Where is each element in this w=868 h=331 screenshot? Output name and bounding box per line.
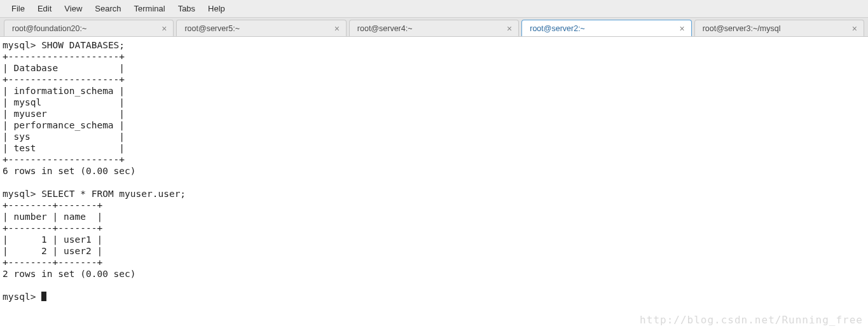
menu-terminal[interactable]: Terminal (128, 1, 172, 16)
close-icon[interactable]: × (678, 24, 685, 33)
query2: SELECT * FROM myuser.user; (41, 189, 186, 199)
close-icon[interactable]: × (506, 24, 513, 33)
menu-file[interactable]: File (5, 1, 31, 16)
db-row: test (13, 143, 36, 153)
menu-edit[interactable]: Edit (31, 1, 58, 16)
tab-label: root@server5:~ (184, 24, 240, 33)
close-icon[interactable]: × (851, 24, 858, 33)
cell: user1 (64, 234, 92, 245)
menu-tabs[interactable]: Tabs (172, 1, 202, 16)
col-header: name (64, 212, 86, 222)
menu-view[interactable]: View (58, 1, 88, 16)
cell: user2 (64, 246, 92, 256)
tab-server4[interactable]: root@server4:~ × (349, 20, 519, 36)
tab-label: root@foundation20:~ (12, 24, 86, 33)
tab-server3[interactable]: root@server3:~/mysql × (694, 20, 864, 36)
prompt: mysql> (3, 189, 36, 199)
close-icon[interactable]: × (333, 24, 341, 33)
tabbar: root@foundation20:~ × root@server5:~ × r… (0, 18, 868, 37)
db-row: sys (13, 132, 30, 142)
tab-server2[interactable]: root@server2:~ × (521, 20, 691, 36)
tab-label: root@server3:~/mysql (703, 24, 781, 33)
close-icon[interactable]: × (160, 24, 168, 33)
terminal-output[interactable]: mysql> SHOW DATABASES; +----------------… (0, 37, 868, 305)
tab-label: root@server2:~ (530, 24, 585, 33)
tab-foundation20[interactable]: root@foundation20:~ × (4, 20, 174, 36)
tab-label: root@server4:~ (357, 24, 413, 33)
menu-help[interactable]: Help (202, 1, 231, 16)
watermark: http://blog.csdn.net/Running_free (640, 314, 863, 326)
col-header: Database (13, 63, 58, 73)
cell: 2 (41, 246, 47, 256)
result-footer: 2 rows in set (0.00 sec) (3, 269, 136, 279)
col-header: number (13, 212, 46, 222)
tab-server5[interactable]: root@server5:~ × (176, 20, 346, 36)
query1: SHOW DATABASES; (41, 40, 125, 50)
db-row: myuser (13, 109, 46, 119)
db-row: mysql (13, 97, 41, 107)
prompt: mysql> (3, 40, 36, 50)
cell: 1 (41, 234, 47, 245)
menubar: File Edit View Search Terminal Tabs Help (0, 0, 868, 18)
menu-search[interactable]: Search (88, 1, 127, 16)
cursor-icon (41, 292, 46, 301)
db-row: performance_schema (13, 120, 113, 130)
prompt: mysql> (3, 292, 36, 302)
result-footer: 6 rows in set (0.00 sec) (3, 166, 136, 176)
db-row: information_schema (13, 86, 113, 96)
